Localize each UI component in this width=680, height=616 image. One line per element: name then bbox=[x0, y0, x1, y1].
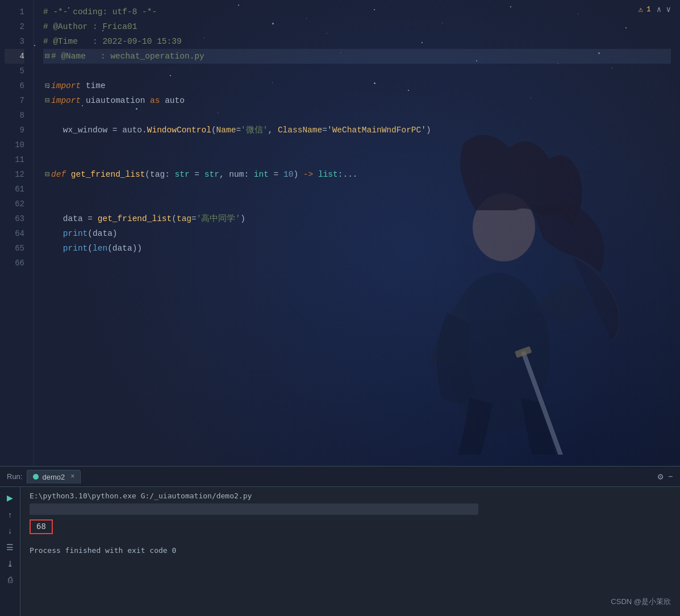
run-tab-close-button[interactable]: × bbox=[70, 473, 74, 481]
fn-print-1: print bbox=[63, 229, 88, 238]
run-label: Run: bbox=[7, 472, 22, 481]
run-print-icon[interactable]: ⎙ bbox=[8, 576, 12, 585]
line-num-7: 7 bbox=[5, 93, 24, 108]
line-num-3: 3 bbox=[5, 34, 24, 49]
fn-get-friend-call: get_friend_list bbox=[98, 214, 172, 223]
code-line-6: ⊟import time bbox=[43, 78, 671, 93]
comment-name: # @Name : wechat_operation.py bbox=[51, 52, 205, 61]
run-list-icon[interactable]: ☰ bbox=[6, 543, 14, 552]
line-num-66: 66 bbox=[5, 256, 24, 270]
fold-icon-7[interactable]: ⊟ bbox=[43, 93, 51, 108]
run-settings-icon[interactable]: ⚙ bbox=[658, 471, 664, 482]
run-finished-container: Process finished with exit code 0 bbox=[30, 546, 671, 556]
line-num-10: 10 bbox=[5, 138, 24, 152]
comment-coding: # -*- coding: utf-8 -*- bbox=[43, 7, 157, 16]
default-num: 10 bbox=[283, 170, 293, 179]
line-num-62: 62 bbox=[5, 197, 24, 211]
line-num-61: 61 bbox=[5, 182, 24, 197]
keyword-import-2: import bbox=[51, 96, 81, 105]
code-line-62 bbox=[43, 197, 671, 211]
run-tab-name: demo2 bbox=[42, 473, 65, 481]
fold-icon-4[interactable]: ⊟ bbox=[43, 49, 51, 64]
string-classname: 'WeChatMainWndForPC' bbox=[327, 126, 426, 135]
fn-len: len bbox=[93, 244, 107, 253]
warning-count: 1 bbox=[646, 5, 651, 14]
run-scroll-up[interactable]: ↑ bbox=[7, 511, 12, 520]
code-line-8 bbox=[43, 108, 671, 123]
code-line-11 bbox=[43, 152, 671, 167]
run-panel: Run: demo2 × ⚙ – ▶ ↑ ↓ ☰ ⤓ ⎙ E:\python3.… bbox=[0, 466, 680, 616]
run-sidebar: ▶ ↑ ↓ ☰ ⤓ ⎙ bbox=[0, 487, 20, 616]
run-result-box: 68 bbox=[30, 519, 53, 534]
return-arrow: -> bbox=[298, 170, 313, 179]
param-name: Name bbox=[216, 126, 236, 135]
line-num-1: 1 bbox=[5, 5, 24, 19]
run-minimize-icon[interactable]: – bbox=[668, 472, 673, 482]
code-line-2: # @Author : Frica01 bbox=[43, 19, 671, 34]
line-num-11: 11 bbox=[5, 152, 24, 167]
fold-icon-12[interactable]: ⊟ bbox=[43, 167, 51, 182]
code-line-10 bbox=[43, 138, 671, 152]
code-content: # -*- coding: utf-8 -*- # @Author : Fric… bbox=[34, 0, 680, 466]
code-line-1: # -*- coding: utf-8 -*- bbox=[43, 5, 671, 19]
code-line-63: data = get_friend_list(tag='高中同学') bbox=[43, 211, 671, 226]
fold-icon-6[interactable]: ⊟ bbox=[43, 78, 51, 93]
comment-author: # @Author : Frica01 bbox=[43, 22, 137, 31]
code-line-3: # @Time : 2022-09-10 15:39 bbox=[43, 34, 671, 49]
code-line-66 bbox=[43, 256, 671, 270]
line-num-2: 2 bbox=[5, 19, 24, 34]
warning-icon: ⚠ bbox=[638, 5, 643, 14]
param-tag: tag bbox=[177, 214, 191, 223]
line-num-8: 8 bbox=[5, 108, 24, 123]
run-command-line: E:\python3.10\python.exe G:/_uiautomatio… bbox=[30, 492, 671, 500]
line-num-9: 9 bbox=[5, 123, 24, 138]
line-num-64: 64 bbox=[5, 226, 24, 241]
run-save-icon[interactable]: ⤓ bbox=[7, 559, 14, 569]
type-str-2: str bbox=[205, 170, 219, 179]
csdn-watermark: CSDN @是小茉欣 bbox=[611, 597, 671, 607]
code-line-5 bbox=[43, 64, 671, 78]
code-line-64: print(data) bbox=[43, 226, 671, 241]
code-line-9: wx_window = auto.WindowControl(Name='微信'… bbox=[43, 123, 671, 138]
keyword-as: as bbox=[150, 96, 160, 105]
code-line-61 bbox=[43, 182, 671, 197]
run-result-container: 68 bbox=[30, 519, 671, 539]
run-result-value: 68 bbox=[36, 522, 46, 531]
code-line-12: ⊟def get_friend_list(tag: str = str, num… bbox=[43, 167, 671, 182]
run-tab-indicator bbox=[33, 474, 39, 480]
param-classname: ClassName bbox=[278, 126, 322, 135]
string-tag-value: '高中同学' bbox=[197, 214, 240, 223]
run-panel-header: Run: demo2 × ⚙ – bbox=[0, 467, 680, 487]
run-play-button[interactable]: ▶ bbox=[7, 492, 13, 504]
nav-arrows[interactable]: ∧ ∨ bbox=[657, 5, 671, 14]
line-numbers: 1 2 3 4 5 6 7 8 9 10 11 12 61 62 63 64 6… bbox=[0, 0, 34, 466]
code-editor: 1 2 3 4 5 6 7 8 9 10 11 12 61 62 63 64 6… bbox=[0, 0, 680, 466]
type-list: list bbox=[318, 170, 338, 179]
type-str-1: str bbox=[175, 170, 190, 179]
keyword-import-1: import bbox=[51, 81, 81, 90]
comment-time: # @Time : 2022-09-10 15:39 bbox=[43, 37, 182, 46]
line-num-12: 12 bbox=[5, 167, 24, 182]
run-tab-demo2[interactable]: demo2 × bbox=[27, 470, 81, 484]
string-wechat: '微信' bbox=[241, 126, 268, 135]
run-finished-text: Process finished with exit code 0 bbox=[30, 546, 176, 555]
line-num-63: 63 bbox=[5, 211, 24, 226]
code-line-7: ⊟import uiautomation as auto bbox=[43, 93, 671, 108]
line-num-6: 6 bbox=[5, 78, 24, 93]
run-header-controls: ⚙ – bbox=[658, 471, 673, 482]
warning-area: ⚠ 1 ∧ ∨ bbox=[638, 5, 671, 14]
line-num-4: 4 bbox=[5, 49, 24, 64]
code-line-65: print(len(data)) bbox=[43, 241, 671, 256]
line-num-65: 65 bbox=[5, 241, 24, 256]
run-output-area: E:\python3.10\python.exe G:/_uiautomatio… bbox=[20, 487, 680, 616]
fn-window-control: WindowControl bbox=[147, 126, 211, 135]
run-scroll-down[interactable]: ↓ bbox=[7, 527, 12, 536]
type-int: int bbox=[254, 170, 269, 179]
csdn-watermark-text: CSDN @是小茉欣 bbox=[611, 597, 671, 606]
fn-get-friend-list: get_friend_list bbox=[71, 170, 145, 179]
code-line-4: ⊟# @Name : wechat_operation.py bbox=[43, 49, 671, 64]
line-num-5: 5 bbox=[5, 64, 24, 78]
fn-print-2: print bbox=[63, 244, 88, 253]
run-panel-body: ▶ ↑ ↓ ☰ ⤓ ⎙ E:\python3.10\python.exe G:/… bbox=[0, 487, 680, 616]
run-blurred-output-1 bbox=[30, 503, 478, 515]
